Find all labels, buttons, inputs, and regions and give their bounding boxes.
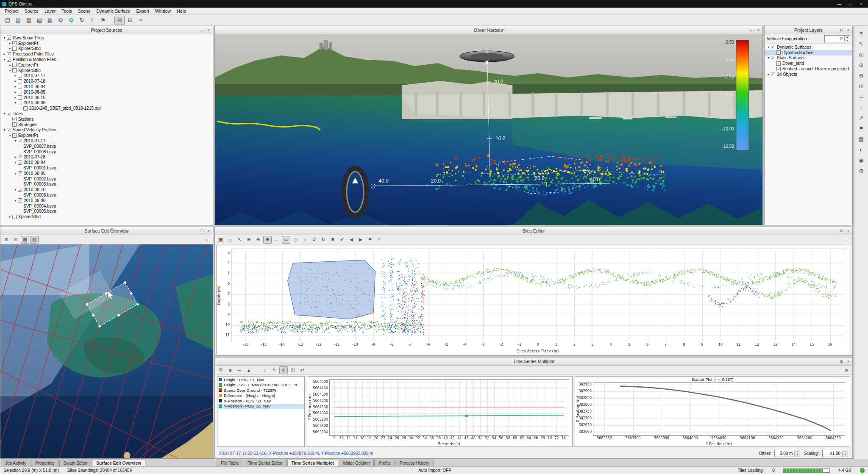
camera-view-icon[interactable]: ◉ [856, 155, 866, 165]
checkbox[interactable]: ✓ [7, 36, 11, 40]
tree-item-svp-00001-bsvp[interactable]: SVP_00001.bsvp [0, 165, 213, 171]
tree-item-tides[interactable]: ▾✓Tides [0, 111, 213, 116]
expand-icon[interactable]: ▸ [8, 47, 12, 50]
tab-time-series-editor[interactable]: Time Series Editor [244, 460, 287, 466]
menu-window[interactable]: Window [152, 8, 174, 14]
vertical-exaggeration-value[interactable]: 2 [825, 36, 844, 42]
checkbox[interactable]: ✓ [18, 188, 22, 192]
collapse-icon[interactable]: ▾ [766, 45, 771, 49]
checkbox[interactable]: ✓ [12, 117, 17, 121]
checkbox[interactable]: ✓ [18, 161, 22, 165]
tree-item-explorerpt[interactable]: ▾✓ExplorerPt [0, 133, 213, 138]
slice-plot-canvas[interactable] [217, 246, 851, 354]
checkbox[interactable] [18, 95, 22, 100]
spin-down-icon[interactable]: ▼ [845, 39, 850, 42]
tree-item-xplorerstbd[interactable]: ▸XplorerStbd [0, 214, 213, 219]
checkbox[interactable] [18, 85, 22, 89]
collapse-icon[interactable]: ▾ [13, 161, 18, 164]
legend-item-height-pos-s1-nav[interactable]: Height - POS_S1_Nav [218, 377, 304, 383]
add-processed-point-files-icon[interactable]: ▥ [13, 16, 23, 25]
orbit-mode-icon[interactable]: ◎ [856, 50, 866, 59]
tab-file-table[interactable]: File Table [217, 460, 243, 466]
add-raw-sonar-files-icon[interactable]: ▤ [3, 16, 13, 25]
menu-help[interactable]: Help [174, 8, 189, 14]
shading-display-icon[interactable]: ◐ [856, 145, 866, 154]
legend-item-difference-height-height[interactable]: Difference - (Height - Height) [218, 393, 304, 399]
legend-item-speed-over-ground-7125pt[interactable]: Speed Over Ground - 7125Pt [218, 388, 304, 393]
checkbox[interactable]: ✓ [7, 52, 11, 56]
tree-item-2010-07-17[interactable]: ▾✓2010-07-17 [0, 138, 213, 144]
flag-soundings-icon[interactable]: ⚑ [366, 236, 374, 244]
tree-item-svp-00005-bsvp[interactable]: SVP_00005.bsvp [0, 209, 213, 214]
tree-item-strategies[interactable]: ✓Strategies [0, 122, 213, 128]
spin-up-icon[interactable]: ▲ [843, 450, 848, 454]
checkbox[interactable]: ✓ [18, 171, 22, 175]
zoom-window-icon[interactable]: ⊞ [289, 366, 297, 374]
line-display-icon[interactable]: ─ [235, 366, 244, 374]
expand-icon[interactable]: ▸ [13, 79, 18, 83]
tree-item-position-motion-files[interactable]: ▾✓Position & Motion Files [0, 57, 213, 62]
scatter-plot-canvas[interactable] [575, 377, 850, 446]
collapse-icon[interactable]: ▾ [2, 58, 7, 61]
tab-properties[interactable]: Properties [31, 460, 59, 466]
zoom-icon[interactable]: ⊕ [279, 366, 288, 374]
checkbox[interactable]: ✓ [18, 198, 22, 202]
tree-item-svp-00003-bsvp[interactable]: SVP_00003.bsvp [0, 182, 213, 187]
tree-item-xplorerstbd[interactable]: ▸XplorerStbd [0, 46, 213, 52]
project-settings-icon[interactable]: ⚙ [56, 16, 66, 25]
collapse-icon[interactable]: ▾ [13, 139, 18, 143]
tree-item-svp-00002-bsvp[interactable]: SVP_00002.bsvp [0, 176, 213, 182]
checkbox[interactable]: ✓ [7, 58, 11, 62]
checkbox[interactable]: ✓ [18, 139, 22, 143]
checkbox[interactable]: ✓ [771, 45, 775, 49]
expand-icon[interactable]: ▸ [8, 215, 12, 219]
panel-menu-icon[interactable]: ≡ [856, 28, 866, 38]
expand-icon[interactable]: ▸ [13, 85, 18, 89]
menu-export[interactable]: Export [133, 8, 152, 14]
collapse-icon[interactable]: ▾ [2, 36, 7, 40]
tree-item-svp-00008-bsvp[interactable]: SVP_00008.bsvp [0, 149, 213, 155]
expand-icon[interactable]: ▸ [766, 72, 771, 76]
legend-item-height-sbet-nav-2010-198-sbet-pt-533[interactable]: Height - SBET_Nav (2010-198_SBET_Pt_533) [218, 383, 304, 388]
checkbox[interactable] [12, 68, 17, 72]
next-slice-icon[interactable]: ▶ [356, 236, 365, 244]
time-series-plot-canvas[interactable] [307, 377, 572, 446]
checkbox[interactable] [18, 74, 22, 78]
select-rectangle-icon[interactable]: ▭ [282, 236, 290, 244]
zoom-in-icon[interactable]: ⊕ [245, 236, 253, 244]
expand-icon[interactable]: ▸ [8, 63, 12, 67]
tree-item-processed-point-files[interactable]: ▸✓Processed Point Files [0, 51, 213, 57]
collapse-icon[interactable]: ▾ [2, 128, 7, 132]
checkbox[interactable]: ✓ [18, 155, 22, 159]
tab-water-column[interactable]: Water Column [339, 460, 374, 466]
reprocess-icon[interactable]: ↻ [77, 16, 87, 25]
legend-item-y-position-pos-s1-nav[interactable]: Y-Position - POS_S1_Nav [218, 404, 304, 409]
close-icon[interactable]: × [846, 28, 851, 32]
spin-up-icon[interactable]: ▲ [795, 450, 800, 454]
home-view-icon[interactable]: ⌂ [226, 236, 234, 244]
flag-tool-icon[interactable]: ⚑ [856, 124, 866, 133]
spin-down-icon[interactable]: ▼ [795, 453, 800, 457]
tree-item-2010-08-05[interactable]: ▾✓2010-08-05 [0, 171, 213, 176]
profile-tool-icon[interactable]: ≈ [856, 103, 866, 112]
tree-item-static-surfaces[interactable]: ▾✓Static Surfaces [765, 55, 852, 61]
pan-icon[interactable]: ↔ [856, 92, 866, 101]
menu-dynamic-surface[interactable]: Dynamic Surface [94, 8, 134, 14]
show-shading-icon[interactable]: ▧ [30, 236, 39, 244]
auto-process-icon[interactable]: ⚙ [66, 16, 76, 25]
close-icon[interactable]: × [756, 28, 761, 32]
slice-edit-tool-icon[interactable]: ⊠ [114, 16, 125, 25]
expand-icon[interactable]: ▸ [13, 74, 18, 78]
import-tides-icon[interactable]: ▧ [34, 16, 45, 25]
tree-item-sound-velocity-profiles[interactable]: ▾✓Sound Velocity Profiles [0, 128, 213, 133]
checkbox[interactable]: ✓ [12, 133, 17, 138]
tree-item-2010-07-18[interactable]: ▸2010-07-18 [0, 78, 213, 84]
tree-item-raw-sonar-files[interactable]: ▾✓Raw Sonar Files [0, 35, 213, 41]
marker-display-icon[interactable]: ▲ [245, 366, 253, 374]
collapse-icon[interactable]: ▾ [8, 69, 12, 72]
zoom-extents-icon[interactable]: ⊠ [2, 236, 11, 244]
menu-tools[interactable]: Tools [58, 8, 75, 14]
add-position-files-icon[interactable]: ▦ [24, 16, 34, 25]
menu-source[interactable]: Source [22, 8, 42, 14]
unflag-soundings-icon[interactable]: ⚐ [375, 236, 384, 244]
